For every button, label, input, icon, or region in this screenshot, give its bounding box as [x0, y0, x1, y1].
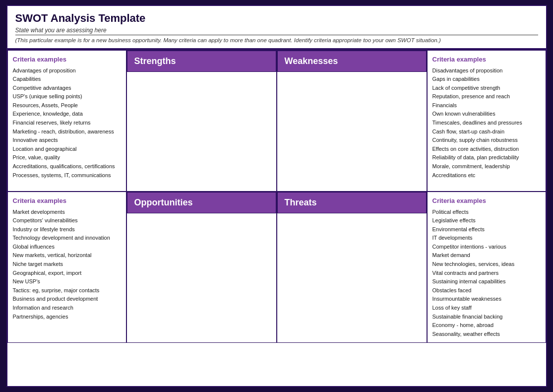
list-item: Lack of competitive strength	[432, 84, 541, 93]
list-item: Experience, knowledge, data	[13, 110, 121, 119]
list-item: Competitors' vulnerabilities	[13, 216, 121, 225]
list-item: Industry or lifestyle trends	[13, 225, 121, 234]
weaknesses-column: Weaknesses	[277, 50, 427, 192]
threats-header: Threats	[277, 192, 427, 213]
list-item: Innovative aspects	[13, 136, 121, 145]
list-item: Gaps in capabilities	[432, 75, 541, 84]
list-item: Disadvantages of proposition	[432, 66, 541, 75]
list-item: Marketing - reach, distribution, awarene…	[13, 128, 121, 136]
list-item: Business and product development	[13, 295, 121, 304]
strengths-header: Strengths	[127, 51, 276, 72]
page-title: SWOT Analysis Template	[15, 12, 538, 25]
list-item: Tactics: eg, surprise, major contacts	[13, 286, 121, 295]
list-item: Legislative effects	[432, 216, 541, 225]
list-item: Timescales, deadlines and pressures	[432, 119, 541, 128]
list-item: Price, value, quality	[13, 153, 121, 162]
list-item: Insurmountable weaknesses	[432, 295, 541, 304]
criteria-threats-cell: Criteria examples Political effectsLegis…	[427, 192, 546, 343]
list-item: New USP's	[13, 277, 121, 286]
list-item: Global influences	[13, 243, 121, 252]
strengths-column: Strengths	[126, 50, 277, 192]
list-item: Niche target markets	[13, 260, 121, 269]
list-item: Financial reserves, likely returns	[13, 119, 121, 128]
list-item: Sustaining internal capabilities	[432, 277, 541, 286]
list-item: New technologies, services, ideas	[432, 260, 541, 269]
criteria-strengths-cell: Criteria examples Advantages of proposit…	[7, 50, 126, 192]
list-item: Reliability of data, plan predictability	[432, 153, 541, 162]
list-item: Competitor intentions - various	[432, 243, 541, 252]
list-item: IT developments	[432, 234, 541, 243]
list-item: Information and research	[13, 304, 121, 313]
criteria-weaknesses-cell: Criteria examples Disadvantages of propo…	[427, 50, 546, 192]
header: SWOT Analysis Template State what you ar…	[7, 6, 546, 49]
list-item: Partnerships, agencies	[13, 313, 121, 322]
list-item: Environmental effects	[432, 225, 541, 234]
list-item: Continuity, supply chain robustness	[432, 136, 541, 145]
swot-grid: Criteria examples Advantages of proposit…	[7, 49, 546, 343]
list-item: Sustainable financial backing	[432, 313, 541, 322]
list-item: Technology development and innovation	[13, 234, 121, 243]
criteria-weaknesses-title: Criteria examples	[432, 55, 541, 65]
list-item: Reputation, presence and reach	[432, 92, 541, 101]
list-item: Political effects	[432, 208, 541, 217]
list-item: Morale, commitment, leadership	[432, 162, 541, 171]
weaknesses-area[interactable]	[277, 72, 427, 191]
list-item: Effects on core activities, distruction	[432, 145, 541, 154]
criteria-threats-title: Criteria examples	[432, 196, 541, 206]
threats-area[interactable]	[277, 213, 427, 342]
opportunities-area[interactable]	[127, 213, 276, 342]
criteria-strengths-list: Advantages of propositionCapabilitiesCom…	[13, 66, 121, 180]
swot-page: SWOT Analysis Template State what you ar…	[6, 5, 547, 387]
strengths-area[interactable]	[127, 72, 276, 191]
criteria-opportunities-list: Market developmentsCompetitors' vulnerab…	[13, 208, 121, 322]
list-item: Processes, systems, IT, communications	[13, 171, 121, 180]
list-item: Resources, Assets, People	[13, 101, 121, 110]
opportunities-header: Opportunities	[127, 192, 276, 213]
opportunities-column: Opportunities	[126, 192, 277, 343]
list-item: Market demand	[432, 251, 541, 260]
list-item: Capabilities	[13, 75, 121, 84]
list-item: Competitive advantages	[13, 84, 121, 93]
criteria-threats-list: Political effectsLegislative effectsEnvi…	[432, 208, 541, 339]
criteria-weaknesses-list: Disadvantages of propositionGaps in capa…	[432, 66, 541, 180]
criteria-strengths-title: Criteria examples	[13, 55, 121, 65]
list-item: Vital contracts and partners	[432, 269, 541, 278]
list-item: New markets, vertical, horizontal	[13, 251, 121, 260]
header-desc: (This particular example is for a new bu…	[15, 37, 538, 43]
list-item: Financials	[432, 101, 541, 110]
threats-column: Threats	[277, 192, 427, 343]
list-item: Loss of key staff	[432, 304, 541, 313]
list-item: Accreditations, qualifications, certific…	[13, 162, 121, 171]
list-item: Obstacles faced	[432, 286, 541, 295]
criteria-opportunities-title: Criteria examples	[13, 196, 121, 206]
criteria-opportunities-cell: Criteria examples Market developmentsCom…	[7, 192, 126, 343]
list-item: Geographical, export, import	[13, 269, 121, 278]
list-item: Advantages of proposition	[13, 66, 121, 75]
header-subtitle: State what you are assessing here	[15, 27, 538, 35]
list-item: Cash flow, start-up cash-drain	[432, 128, 541, 136]
list-item: Own known vulnerabilities	[432, 110, 541, 119]
list-item: Location and geographical	[13, 145, 121, 154]
list-item: Accreditations etc	[432, 171, 541, 180]
list-item: Market developments	[13, 208, 121, 217]
list-item: Seasonality, weather effects	[432, 330, 541, 339]
weaknesses-header: Weaknesses	[277, 51, 427, 72]
list-item: USP's (unique selling points)	[13, 92, 121, 101]
list-item: Economy - home, abroad	[432, 321, 541, 330]
